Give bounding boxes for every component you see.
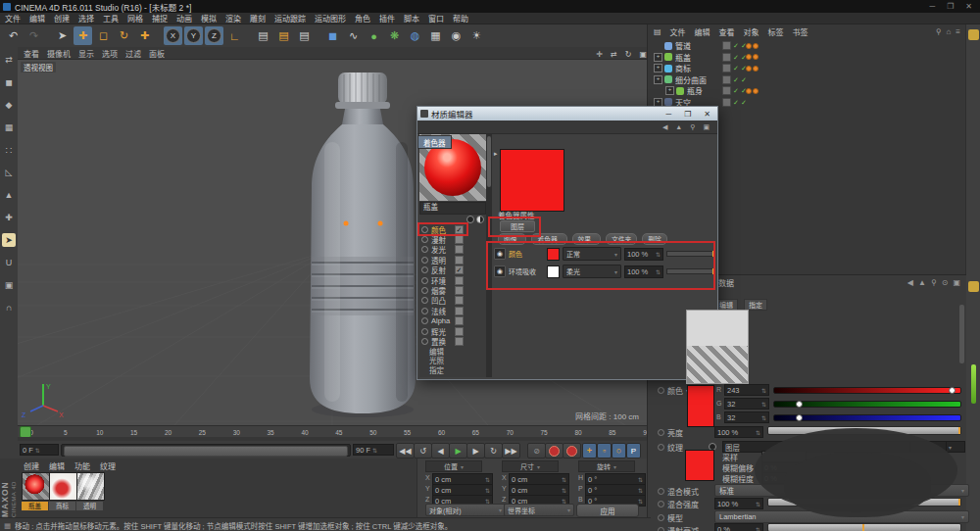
track-icon[interactable]: ⊙ xyxy=(942,278,949,287)
enabled-check-icon[interactable]: ✓ xyxy=(733,65,739,72)
key-rotation-icon[interactable]: ○ xyxy=(612,443,626,459)
channel-checkbox[interactable] xyxy=(455,245,464,254)
object-menu-item[interactable]: 查看 xyxy=(719,26,735,37)
expand-icon[interactable]: + xyxy=(665,86,674,95)
nav-up-icon[interactable]: ▲ xyxy=(675,123,682,130)
layer-strength-slider[interactable] xyxy=(666,268,715,274)
enabled-check-icon[interactable]: ✓ xyxy=(733,76,739,83)
panel-icon[interactable]: ▣ xyxy=(953,278,960,287)
texture-mode-icon[interactable]: ◆ xyxy=(2,98,16,112)
menu-item[interactable]: 插件 xyxy=(379,13,395,24)
layer-action-button[interactable]: 删除 xyxy=(642,233,667,245)
next-frame-icon[interactable]: ▶ xyxy=(466,443,485,459)
object-row[interactable]: + 管道 ✓ ✓ xyxy=(648,40,966,52)
list-icon[interactable]: ≡ xyxy=(956,27,960,36)
render-settings-icon[interactable]: ▤ xyxy=(295,26,314,45)
viewport-menu-item[interactable]: 摄像机 xyxy=(47,48,71,59)
maximize-icon[interactable]: ❐ xyxy=(947,2,954,11)
object-name[interactable]: 管道 xyxy=(675,40,691,51)
display-tag-icon[interactable] xyxy=(722,53,731,62)
channel-radio-icon[interactable] xyxy=(421,308,428,314)
material-preview[interactable] xyxy=(76,472,105,501)
display-tag-icon[interactable] xyxy=(722,98,731,107)
channel-row[interactable]: 烟雾 xyxy=(419,285,466,295)
menu-item[interactable]: 动画 xyxy=(176,13,192,24)
edges-mode-icon[interactable]: ◺ xyxy=(2,166,16,179)
toggle-view-icon[interactable]: ▣ xyxy=(639,50,647,59)
add-primitive-icon[interactable]: ◼ xyxy=(323,26,342,45)
menu-item[interactable]: 雕刻 xyxy=(250,13,266,24)
visible-check-icon[interactable]: ✓ xyxy=(741,76,747,83)
search-icon[interactable]: ⚲ xyxy=(931,278,937,287)
material-menu-item[interactable]: 创建 xyxy=(24,460,39,471)
expand-icon[interactable]: + xyxy=(654,53,662,62)
preview-mode-icon[interactable] xyxy=(476,216,484,223)
channel-checkbox[interactable] xyxy=(455,316,464,325)
material-preview[interactable] xyxy=(22,472,50,501)
layer-action-button[interactable]: 文件夹 xyxy=(606,233,637,245)
viewport-menu-item[interactable]: 过滤 xyxy=(125,48,141,59)
menu-item[interactable]: 渲染 xyxy=(225,13,241,24)
rgb-value-field[interactable]: 32⇅ xyxy=(724,398,769,410)
blend-mode-dropdown[interactable]: 柔光▾ xyxy=(563,265,621,278)
viewport-menu-item[interactable]: 面板 xyxy=(149,48,165,59)
visible-check-icon[interactable]: ✓ xyxy=(741,99,747,106)
channel-checkbox[interactable] xyxy=(455,235,464,244)
dialog-minimize-icon[interactable]: ─ xyxy=(665,110,671,119)
menu-item[interactable]: 编辑 xyxy=(29,13,45,24)
filter-icon[interactable]: ⚲ xyxy=(936,27,942,36)
rotate-tool-icon[interactable]: ↻ xyxy=(115,26,133,45)
viewport-menu-item[interactable]: 显示 xyxy=(78,48,94,59)
render-picture-viewer-icon[interactable]: ▤ xyxy=(274,26,293,45)
enable-axis-icon[interactable]: ✚ xyxy=(2,211,16,224)
lock-x-axis-icon[interactable]: X xyxy=(164,26,182,45)
display-tag-icon[interactable] xyxy=(722,75,731,84)
menu-item[interactable]: 窗口 xyxy=(428,13,444,24)
spline-pen-icon[interactable]: ∿ xyxy=(344,26,363,45)
move-tool-icon[interactable]: ✚ xyxy=(74,26,92,45)
menu-item[interactable]: 模拟 xyxy=(201,13,217,24)
channel-row[interactable]: 反射 xyxy=(419,266,466,275)
channel-radio-icon[interactable] xyxy=(421,328,428,335)
shader-layer-row[interactable]: ◉ 颜色 正常▾ 100 %⇅ xyxy=(494,245,715,263)
points-mode-icon[interactable]: ⸬ xyxy=(2,143,16,157)
channel-row[interactable]: 发光 xyxy=(419,245,466,255)
material-thumbnail[interactable]: 商标 xyxy=(49,472,75,510)
material-tag-dots[interactable] xyxy=(746,43,760,49)
channel-radio-icon[interactable] xyxy=(421,266,428,273)
layer-swatch[interactable] xyxy=(547,266,560,278)
live-selection-icon[interactable]: ➤ xyxy=(53,26,72,45)
object-row[interactable]: + 商标 ✓ ✓ xyxy=(648,63,966,74)
camera-icon[interactable]: ◉ xyxy=(447,26,466,45)
light-icon[interactable]: ☀ xyxy=(467,26,486,45)
coordinate-space-dropdown[interactable]: 世界坐标▾ xyxy=(504,504,574,516)
layer-swatch[interactable] xyxy=(547,248,560,261)
key-position-icon[interactable]: + xyxy=(582,443,597,459)
undo-icon[interactable]: ↶ xyxy=(4,26,23,45)
scale-tool-icon[interactable]: ◻ xyxy=(94,26,113,45)
layer-strength-field[interactable]: 100 %⇅ xyxy=(624,266,663,278)
polygons-mode-icon[interactable]: ▲ xyxy=(2,188,16,202)
channel-radio-icon[interactable] xyxy=(421,338,428,345)
channel-radio-icon[interactable] xyxy=(421,277,428,284)
object-row[interactable]: + 瓶身 ✓ ✓ xyxy=(648,85,966,97)
end-frame-field[interactable]: 90 F⇅ xyxy=(353,444,394,456)
goto-start-icon[interactable]: ◀◀ xyxy=(396,443,415,459)
object-menu-item[interactable]: 对象 xyxy=(744,26,760,37)
channel-checkbox[interactable] xyxy=(455,256,464,265)
material-thumbnail[interactable]: 瓶盖 xyxy=(22,472,48,510)
object-menu-item[interactable]: 编辑 xyxy=(695,26,710,37)
channel-row[interactable]: 环境 xyxy=(419,275,466,285)
shader-color-swatch[interactable] xyxy=(500,149,564,212)
menu-item[interactable]: 网格 xyxy=(127,13,143,24)
channel-checkbox[interactable] xyxy=(455,286,464,295)
channel-checkbox[interactable] xyxy=(455,225,464,234)
workplane-mode-icon[interactable]: ▦ xyxy=(2,121,16,134)
nav-window-icon[interactable]: ▣ xyxy=(703,123,710,131)
layout-tab-icon[interactable] xyxy=(968,29,979,40)
layer-visibility-icon[interactable]: ◉ xyxy=(494,266,506,277)
menu-item[interactable]: 帮助 xyxy=(453,13,468,24)
channel-checkbox[interactable] xyxy=(455,266,464,274)
channel-row[interactable]: 漫射 xyxy=(419,234,466,244)
zoom-view-icon[interactable]: ⇄ xyxy=(611,50,617,59)
